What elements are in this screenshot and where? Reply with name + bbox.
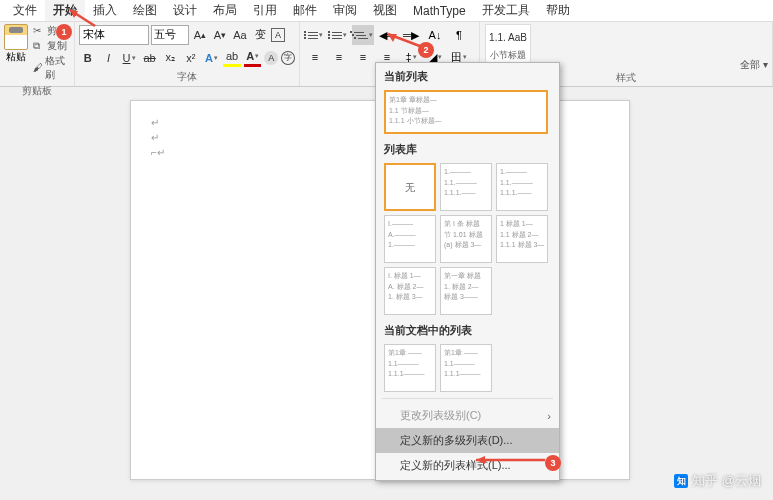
library-item-5[interactable]: 1 标题 1— 1.1 标题 2— 1.1.1 标题 3— [496,215,548,263]
section-doc-lists: 当前文档中的列表 [376,317,559,342]
align-center-button[interactable]: ≡ [328,47,350,67]
chevron-right-icon: › [547,410,551,422]
font-size-input[interactable] [151,25,189,45]
align-right-button[interactable]: ≡ [352,47,374,67]
copy-button[interactable]: ⧉复制 [31,39,70,53]
enclose-char-button[interactable]: 字 [281,51,295,65]
paste-icon [4,24,28,50]
tab-help[interactable]: 帮助 [538,0,578,21]
tab-draw[interactable]: 绘图 [125,0,165,21]
tab-mailings[interactable]: 邮件 [285,0,325,21]
current-list-preview[interactable]: 第1章 章标题— 1.1 节标题— 1.1.1 小节标题— [384,90,548,134]
font-group: A▴ A▾ Aa 变 A B I U▾ ab x₂ x² A▾ ab A▾ A … [75,22,300,86]
doc-list-item-1[interactable]: 第1章 —— 1.1——— 1.1.1——— [440,344,492,392]
multilevel-list-dropdown: 当前列表 第1章 章标题— 1.1 节标题— 1.1.1 小节标题— 列表库 无… [375,62,560,481]
library-item-none[interactable]: 无 [384,163,436,211]
font-color-button[interactable]: A▾ [244,49,262,67]
change-list-level-item: 更改列表级别(C)› [376,403,559,428]
svg-marker-5 [476,456,485,464]
align-left-button[interactable]: ≡ [304,47,326,67]
phonetic-button[interactable]: 变 [251,26,269,44]
callout-1: 1 [56,24,72,40]
underline-button[interactable]: U▾ [120,49,138,67]
copy-icon: ⧉ [33,40,45,52]
doc-list-item-0[interactable]: 第1章 —— 1.1——— 1.1.1——— [384,344,436,392]
font-label: 字体 [79,68,295,84]
tab-design[interactable]: 设计 [165,0,205,21]
scissors-icon: ✂ [33,25,45,37]
decrease-font-button[interactable]: A▾ [211,26,229,44]
zhihu-icon: 知 [674,474,688,488]
tab-file[interactable]: 文件 [5,0,45,21]
tab-references[interactable]: 引用 [245,0,285,21]
callout-3: 3 [545,455,561,471]
multilevel-list-button[interactable]: ▾ [352,25,374,45]
style-item-0[interactable]: 1.1. AaB 小节标题 [485,24,531,63]
char-shading-button[interactable]: A [264,51,278,65]
library-item-3[interactable]: I.——— A.——— 1.——— [384,215,436,263]
library-item-1[interactable]: 1.——— 1.1.——— 1.1.1.—— [440,163,492,211]
library-item-6[interactable]: I. 标题 1— A. 标题 2— 1. 标题 3— [384,267,436,315]
section-current-list: 当前列表 [376,63,559,88]
bullets-button[interactable]: ▾ [304,25,326,45]
highlight-button[interactable]: ab [223,49,241,67]
italic-button[interactable]: I [100,49,118,67]
change-case-button[interactable]: Aa [231,26,249,44]
section-list-library: 列表库 [376,136,559,161]
bold-button[interactable]: B [79,49,97,67]
watermark: 知 知乎 @云烟 [674,472,761,490]
tab-review[interactable]: 审阅 [325,0,365,21]
show-marks-button[interactable]: ¶ [448,25,470,45]
library-item-7[interactable]: 第一章 标题 1. 标题 2— 标题 3—— [440,267,492,315]
text-effects-button[interactable]: A▾ [203,49,221,67]
callout-2: 2 [418,42,434,58]
menu-bar: 文件 开始 插入 绘图 设计 布局 引用 邮件 审阅 视图 MathType 开… [0,0,773,22]
define-new-multilevel-list-item[interactable]: 定义新的多级列表(D)... [376,428,559,453]
subscript-button[interactable]: x₂ [161,49,179,67]
arrow-3 [470,452,550,468]
numbering-button[interactable]: ▾ [328,25,350,45]
library-item-2[interactable]: 1.——— 1.1.——— 1.1.1.—— [496,163,548,211]
strikethrough-button[interactable]: ab [141,49,159,67]
clipboard-label: 剪贴板 [4,82,70,98]
paste-button[interactable]: 粘贴 [4,24,29,82]
brush-icon: 🖌 [33,62,43,74]
superscript-button[interactable]: x² [182,49,200,67]
tab-mathtype[interactable]: MathType [405,2,474,20]
tab-layout[interactable]: 布局 [205,0,245,21]
tab-developer[interactable]: 开发工具 [474,0,538,21]
char-border-button[interactable]: A [271,28,285,42]
increase-font-button[interactable]: A▴ [191,26,209,44]
library-item-4[interactable]: 第 I 条 标题 节 1.01 标题 (a) 标题 3— [440,215,492,263]
tab-view[interactable]: 视图 [365,0,405,21]
format-painter-button[interactable]: 🖌格式刷 [31,54,70,82]
